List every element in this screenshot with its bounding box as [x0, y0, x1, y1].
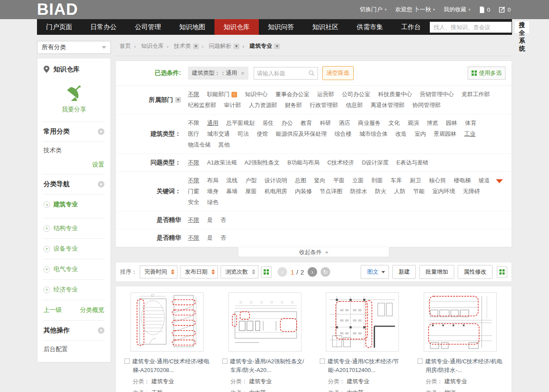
filter-option[interactable]: 不限	[188, 216, 199, 224]
filter-option[interactable]: 景观园林	[434, 130, 456, 138]
breadcrumb-item[interactable]: 技术类 ▼	[167, 42, 198, 50]
chevron-down-icon[interactable]: ▼	[193, 44, 199, 49]
document-counter[interactable]: 0	[479, 7, 490, 13]
filter-option[interactable]: 设计说明	[264, 177, 287, 184]
card-checkbox[interactable]	[320, 358, 325, 364]
filter-option[interactable]: 城市综合体	[359, 130, 388, 138]
filter-option[interactable]: 室内	[415, 130, 426, 138]
card-thumbnail-stair-drawing[interactable]	[131, 292, 204, 352]
filter-option[interactable]: 核心筒	[429, 177, 446, 184]
filter-option[interactable]: 工业	[464, 130, 475, 138]
view-mode-dropdown[interactable]: 图文	[361, 265, 389, 279]
filter-option[interactable]: 董事会办公室↑	[275, 90, 309, 98]
filter-option[interactable]: 改造	[395, 130, 407, 138]
card-title[interactable]: 建筑专业-通用/A2强制性条文/车库/防火-A20...	[222, 357, 308, 374]
filter-option[interactable]: 不限	[188, 159, 199, 167]
sidebar-item-tech-category[interactable]: 技术类	[43, 141, 105, 159]
up-level-link[interactable]: 上一级	[44, 306, 62, 314]
filter-option[interactable]: 平面	[333, 177, 345, 184]
filter-option[interactable]: 是	[207, 234, 213, 242]
filter-option[interactable]: 不限	[188, 119, 199, 127]
filter-option[interactable]: 审计部↑	[224, 101, 241, 109]
card-title[interactable]: 建筑专业-通用/C技术经济/机电用房/防排水-...	[418, 357, 503, 374]
card-thumbnail-floor-plan[interactable]	[326, 292, 399, 352]
filter-option[interactable]: A2强制性条文	[244, 159, 280, 167]
filter-option[interactable]: 信息部↑	[346, 101, 363, 109]
filter-option[interactable]: 科研	[320, 119, 331, 127]
sort-button[interactable]: 完善时间	[140, 265, 177, 278]
filter-option[interactable]: 行政管理部↑	[310, 101, 338, 109]
filter-option[interactable]: 不限↑	[188, 90, 199, 98]
filter-option[interactable]: 司法	[238, 130, 249, 138]
filter-option[interactable]: 内装修	[295, 188, 312, 195]
filter-option[interactable]: 办公	[281, 119, 293, 127]
filter-option[interactable]: 立面	[352, 177, 364, 184]
filter-option[interactable]: 博览	[427, 119, 438, 127]
filter-option[interactable]: 观演	[408, 119, 419, 127]
nav-item[interactable]: 知识社区	[303, 19, 348, 35]
refresh-button[interactable]: ↻	[321, 267, 330, 277]
filter-option[interactable]: 绿色	[207, 198, 218, 206]
filter-option[interactable]: 公司办公室↑	[342, 90, 370, 98]
filter-option[interactable]: 屋面	[245, 188, 257, 195]
search-icon[interactable]	[308, 70, 315, 76]
chevron-circle-icon[interactable]: ▼	[44, 246, 50, 252]
filter-option[interactable]: 户型	[245, 177, 257, 184]
clear-filters-button[interactable]: 清空筛选	[322, 66, 354, 80]
filter-option[interactable]: A1政策法规	[207, 159, 237, 167]
filter-option[interactable]: 能源供应及环保处理	[276, 130, 327, 138]
nav-item[interactable]: 供需市集	[348, 19, 392, 35]
card-checkbox[interactable]	[418, 358, 423, 364]
modify-attributes-button[interactable]: 属性修改	[458, 265, 492, 279]
nav-item[interactable]: 日常办公	[81, 19, 126, 35]
topbar-link[interactable]: 欢迎您 卜一秋▾	[395, 6, 435, 13]
nav-item[interactable]: 知识仓库	[214, 19, 259, 35]
filter-option[interactable]: 坡道	[479, 177, 490, 184]
sidebar-category[interactable]: ▼ 建筑专业	[43, 194, 105, 218]
filter-option[interactable]: 否	[221, 216, 226, 224]
filter-option[interactable]: 布局	[207, 177, 218, 184]
filter-option[interactable]: 厨卫	[410, 177, 421, 184]
filter-option[interactable]: 体育	[465, 119, 476, 127]
chevron-circle-icon[interactable]: ▼	[44, 225, 50, 232]
chevron-circle-icon[interactable]: ▼	[98, 327, 104, 334]
filter-option[interactable]: 协同管理部↑	[412, 101, 441, 109]
filter-option[interactable]: 城市交通	[207, 130, 230, 138]
filter-option[interactable]: 综合楼	[335, 130, 351, 138]
filter-option[interactable]: 总图	[295, 177, 306, 184]
share-label[interactable]: 我要分享	[43, 106, 105, 114]
global-search-button[interactable]: 搜全系统	[515, 21, 529, 33]
filter-option[interactable]: 机电用房	[264, 188, 287, 195]
nav-item[interactable]: 门户页面	[37, 19, 81, 35]
filter-option[interactable]: 车库	[391, 177, 402, 184]
nav-item[interactable]: 工作台	[392, 19, 430, 35]
breadcrumb-item[interactable]: 首页 ▼	[120, 42, 131, 50]
filter-option[interactable]: 纪检监察部↑	[188, 101, 216, 109]
section-other-actions[interactable]: 其他操作 ▼	[43, 320, 105, 340]
filter-option[interactable]: 节点详图	[320, 188, 342, 195]
prev-page-button[interactable]: ‹	[278, 267, 287, 277]
card-checkbox[interactable]	[124, 358, 130, 364]
filter-option[interactable]: 流线	[226, 177, 238, 184]
share-action[interactable]: 我要分享	[43, 79, 105, 121]
filter-option[interactable]: 园林	[446, 119, 457, 127]
filter-option[interactable]: 防排水	[350, 188, 367, 195]
card-thumbnail-mech-plan[interactable]	[424, 292, 497, 352]
filter-option[interactable]: 运营部↑	[317, 90, 334, 98]
chevron-circle-icon[interactable]: ▼	[44, 201, 50, 208]
filter-option[interactable]: 不限	[188, 234, 199, 242]
filter-option[interactable]: 通用	[207, 119, 218, 127]
chevron-down-icon[interactable]: ▼	[175, 97, 181, 103]
card-title[interactable]: 建筑专业-通用/C技术经济/节能-A2017012400...	[320, 357, 405, 374]
multi-select-button[interactable]: 使用多选	[468, 67, 505, 80]
sidebar-category[interactable]: ▼ 设备专业	[43, 238, 105, 259]
backend-config-link[interactable]: 后台配置	[43, 340, 105, 360]
chevron-circle-icon[interactable]: ▼	[98, 128, 104, 135]
breadcrumb-item[interactable]: 问题解析 ▼	[202, 42, 239, 50]
filter-option[interactable]: 幕墙	[226, 188, 238, 195]
filter-option[interactable]: 知识中心↑	[245, 90, 268, 98]
filter-option[interactable]: 不限	[188, 177, 199, 184]
all-categories-dropdown[interactable]: 所有分类	[37, 41, 111, 54]
expand-more-triangle-icon[interactable]	[496, 179, 503, 183]
title-search-input[interactable]	[257, 70, 308, 77]
